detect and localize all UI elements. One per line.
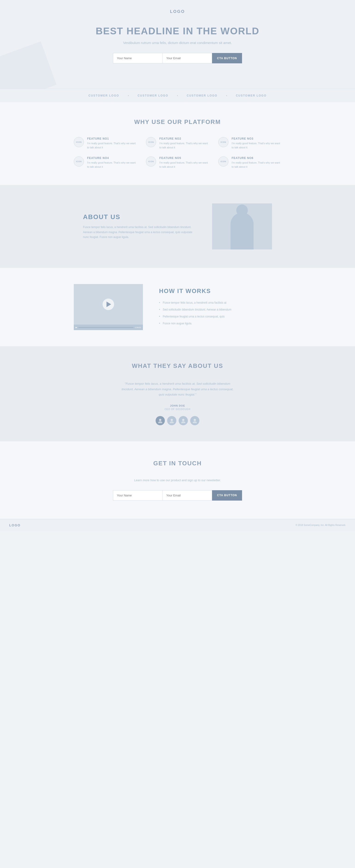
- customer-logo-1: CUSTOMER LOGO: [79, 94, 128, 97]
- feature-desc-2: I'm really good feature. That's why we w…: [159, 142, 209, 150]
- hero-headline: BEST HEADLINE IN THE WORLD: [5, 26, 350, 37]
- video-controls: ▶ 1:04:02: [74, 324, 143, 330]
- svg-point-2: [171, 419, 173, 421]
- howitworks-title: HOW IT WORKS: [159, 287, 281, 294]
- feature-icon-1: ICON: [74, 137, 84, 147]
- play-icon-small: ▶: [76, 327, 77, 329]
- contact-section: GET IN TOUCH Learn more how to use our p…: [0, 441, 355, 519]
- feature-text-4: FEATURE NO4 I'm really good feature. Tha…: [87, 156, 137, 169]
- feature-desc-6: I'm really good feature. That's why we w…: [232, 161, 281, 169]
- hero-section: LOGO BEST HEADLINE IN THE WORLD Vestibul…: [0, 0, 355, 89]
- feature-title-4: FEATURE NO4: [87, 156, 137, 160]
- contact-section-title: GET IN TOUCH: [9, 460, 346, 467]
- about-image-placeholder: [212, 204, 272, 249]
- hero-cta-button[interactable]: CTA BUTTON: [212, 53, 242, 63]
- avatar-1[interactable]: [156, 416, 165, 425]
- feature-icon-5: ICON: [146, 156, 156, 166]
- feature-item-4: ICON FEATURE NO4 I'm really good feature…: [74, 156, 137, 169]
- hero-subtext: Vestibulum rutrum urna felis, dictum dic…: [5, 41, 350, 45]
- footer-logo: LOGO: [9, 523, 21, 527]
- about-inner: ABOUT US Fusce tempor felis lacus, a hen…: [74, 185, 281, 268]
- avatar-icon-4: [192, 418, 197, 423]
- avatar-2[interactable]: [167, 416, 176, 425]
- features-section-title: WHY USE OUR PLATFORM: [14, 118, 341, 126]
- avatar-icon-2: [169, 418, 174, 423]
- feature-icon-4: ICON: [74, 156, 84, 166]
- hero-email-input[interactable]: [162, 53, 212, 63]
- howitworks-item-1: Fusce tempor felis lacus, a hendrerit ur…: [159, 299, 281, 306]
- avatar-icon-3: [181, 418, 186, 423]
- customer-logo-4: CUSTOMER LOGO: [227, 94, 276, 97]
- feature-icon-3: ICON: [218, 137, 229, 147]
- testimonial-author: JOHN DOE: [9, 404, 346, 407]
- feature-text-1: FEATURE NO1 I'm really good feature. Tha…: [87, 137, 137, 150]
- howitworks-item-3: Pellentesque feugiat urna a lectus conse…: [159, 313, 281, 320]
- video-time: 1:04:02: [135, 327, 141, 329]
- play-button[interactable]: [102, 299, 114, 310]
- customer-logo-3: CUSTOMER LOGO: [177, 94, 227, 97]
- svg-point-1: [158, 421, 162, 423]
- testimonial-avatars: [9, 416, 346, 425]
- feature-text-3: FEATURE NO3 I'm really good feature. Tha…: [232, 137, 281, 150]
- contact-form: CTA BUTTON: [113, 490, 242, 501]
- customer-logo-2: CUSTOMER LOGO: [128, 94, 177, 97]
- footer: LOGO © 2018 SomeCompany, Inc. All Rights…: [0, 519, 355, 531]
- video-main: [74, 284, 143, 324]
- hero-form: CTA BUTTON: [113, 53, 242, 63]
- howitworks-item-2: Sed sollicitudin bibendum tincidunt. Aen…: [159, 306, 281, 313]
- feature-item-3: ICON FEATURE NO3 I'm really good feature…: [218, 137, 281, 150]
- svg-point-6: [194, 419, 196, 421]
- logos-bar: CUSTOMER LOGO CUSTOMER LOGO CUSTOMER LOG…: [0, 89, 355, 102]
- about-content: ABOUT US Fusce tempor felis lacus, a hen…: [83, 213, 194, 240]
- hero-name-input[interactable]: [113, 53, 162, 63]
- testimonials-title: WHAT THEY SAY ABOUT US: [9, 362, 346, 370]
- testimonial-role: CEO OF G01DOUGH: [9, 408, 346, 410]
- howitworks-section: ▶ 1:04:02 HOW IT WORKS Fusce tempor feli…: [0, 268, 355, 346]
- feature-text-5: FEATURE NO5 I'm really good feature. Tha…: [159, 156, 209, 169]
- howitworks-inner: ▶ 1:04:02 HOW IT WORKS Fusce tempor feli…: [74, 284, 281, 330]
- testimonial-quote: "Fusce tempor felis lacus, a hendrerit u…: [120, 381, 235, 397]
- svg-point-4: [182, 419, 184, 421]
- feature-text-6: FEATURE NO6 I'm really good feature. Tha…: [232, 156, 281, 169]
- avatar-4[interactable]: [190, 416, 199, 425]
- svg-point-7: [193, 421, 197, 423]
- svg-point-5: [181, 421, 185, 423]
- header-logo: LOGO: [5, 9, 350, 14]
- feature-desc-5: I'm really good feature. That's why we w…: [159, 161, 209, 169]
- feature-item-1: ICON FEATURE NO1 I'm really good feature…: [74, 137, 137, 150]
- feature-desc-1: I'm really good feature. That's why we w…: [87, 142, 137, 150]
- feature-desc-4: I'm really good feature. That's why we w…: [87, 161, 137, 169]
- video-placeholder: ▶ 1:04:02: [74, 284, 143, 330]
- howitworks-list: Fusce tempor felis lacus, a hendrerit ur…: [159, 299, 281, 327]
- testimonials-section: WHAT THEY SAY ABOUT US "Fusce tempor fel…: [0, 346, 355, 441]
- feature-text-2: FEATURE NO2 I'm really good feature. Tha…: [159, 137, 209, 150]
- feature-item-2: ICON FEATURE NO2 I'm really good feature…: [146, 137, 209, 150]
- footer-copyright: © 2018 SomeCompany, Inc. All Rights Rese…: [296, 524, 346, 526]
- person-silhouette-right: [254, 224, 270, 249]
- feature-icon-6: ICON: [218, 156, 229, 166]
- howitworks-item-4: Fusce non augue ligula.: [159, 320, 281, 327]
- video-progress-bar[interactable]: [78, 327, 134, 328]
- avatar-3[interactable]: [179, 416, 188, 425]
- about-section: ABOUT US Fusce tempor felis lacus, a hen…: [0, 185, 355, 268]
- contact-name-input[interactable]: [113, 490, 162, 501]
- feature-title-1: FEATURE NO1: [87, 137, 137, 140]
- feature-item-6: ICON FEATURE NO6 I'm really good feature…: [218, 156, 281, 169]
- feature-title-2: FEATURE NO2: [159, 137, 209, 140]
- play-icon: [107, 302, 111, 307]
- feature-title-6: FEATURE NO6: [232, 156, 281, 160]
- svg-point-3: [170, 421, 174, 423]
- person-silhouette-left: [214, 224, 231, 249]
- features-section: WHY USE OUR PLATFORM ICON FEATURE NO1 I'…: [0, 102, 355, 185]
- avatar-icon-1: [158, 418, 163, 423]
- feature-title-3: FEATURE NO3: [232, 137, 281, 140]
- contact-cta-button[interactable]: CTA BUTTON: [212, 490, 242, 501]
- contact-email-input[interactable]: [162, 490, 212, 501]
- features-grid: ICON FEATURE NO1 I'm really good feature…: [74, 137, 281, 169]
- feature-icon-2: ICON: [146, 137, 156, 147]
- person-silhouette-center: [231, 213, 254, 249]
- contact-subtitle: Learn more how to use our product and si…: [9, 478, 346, 482]
- feature-title-5: FEATURE NO5: [159, 156, 209, 160]
- howitworks-content: HOW IT WORKS Fusce tempor felis lacus, a…: [159, 287, 281, 327]
- about-text: Fusce tempor felis lacus, a hendrerit ur…: [83, 225, 194, 240]
